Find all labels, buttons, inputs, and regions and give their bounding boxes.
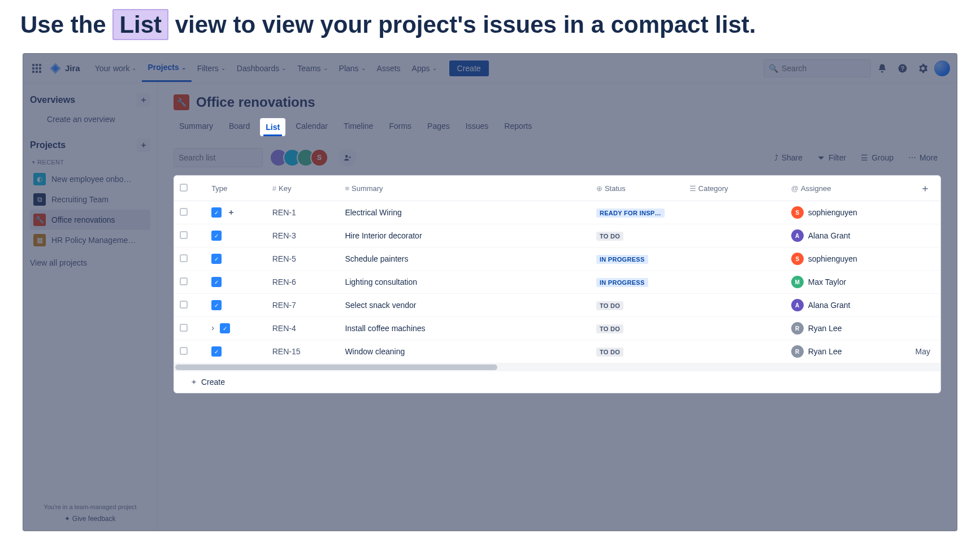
status-badge[interactable]: TO DO bbox=[596, 232, 623, 241]
category-cell[interactable] bbox=[684, 340, 786, 363]
avatar[interactable]: S bbox=[310, 149, 328, 167]
sidebar-project-item[interactable]: ▦HR Policy Manageme… bbox=[30, 230, 150, 250]
table-row[interactable]: REN-5 Schedule painters IN PROGRESS S so… bbox=[174, 248, 940, 271]
assignee-cell[interactable]: S sophienguyen bbox=[791, 206, 904, 219]
add-subtask-icon[interactable]: ＋ bbox=[227, 207, 235, 216]
search-list-input[interactable] bbox=[179, 153, 277, 162]
nav-item[interactable]: Filters⌄ bbox=[192, 54, 231, 82]
row-checkbox[interactable] bbox=[180, 208, 188, 216]
share-button[interactable]: ⤴Share bbox=[771, 151, 806, 164]
issue-summary[interactable]: Schedule painters bbox=[339, 248, 590, 271]
nav-item[interactable]: Teams⌄ bbox=[292, 54, 333, 82]
tab-issues[interactable]: Issues bbox=[460, 118, 494, 136]
nav-item[interactable]: Assets bbox=[371, 54, 406, 82]
tab-board[interactable]: Board bbox=[223, 118, 255, 136]
add-column-button[interactable]: ＋ bbox=[910, 176, 940, 201]
category-cell[interactable] bbox=[684, 248, 786, 271]
row-checkbox[interactable] bbox=[180, 231, 188, 239]
more-button[interactable]: ⋯More bbox=[905, 151, 941, 164]
tab-list[interactable]: List bbox=[260, 118, 285, 136]
table-row[interactable]: REN-3 Hire Interior decorator TO DO A Al… bbox=[174, 224, 940, 248]
issue-summary[interactable]: Select snack vendor bbox=[339, 294, 590, 317]
col-assignee[interactable]: @Assignee bbox=[786, 176, 910, 201]
category-cell[interactable] bbox=[684, 201, 786, 224]
status-badge[interactable]: READY FOR INSP… bbox=[596, 209, 665, 218]
nav-item[interactable]: Your work⌄ bbox=[89, 54, 142, 82]
notifications-icon[interactable] bbox=[873, 59, 891, 77]
table-row[interactable]: REN-7 Select snack vendor TO DO A Alana … bbox=[174, 294, 940, 317]
row-checkbox[interactable] bbox=[180, 301, 188, 309]
tab-pages[interactable]: Pages bbox=[422, 118, 456, 136]
category-cell[interactable] bbox=[684, 224, 786, 248]
issue-key[interactable]: REN-4 bbox=[267, 317, 340, 340]
profile-avatar[interactable] bbox=[934, 60, 950, 76]
issue-key[interactable]: REN-6 bbox=[267, 271, 340, 294]
add-overview-button[interactable]: ＋ bbox=[137, 93, 150, 107]
assignee-cell[interactable]: R Ryan Lee bbox=[791, 345, 904, 358]
create-overview-link[interactable]: Create an overview bbox=[30, 110, 150, 128]
row-checkbox[interactable] bbox=[180, 324, 188, 332]
assignee-cell[interactable]: A Alana Grant bbox=[791, 229, 904, 242]
assignee-cell[interactable]: M Max Taylor bbox=[791, 276, 904, 288]
group-button[interactable]: ☰Group bbox=[857, 151, 897, 164]
select-all-checkbox[interactable] bbox=[180, 184, 188, 192]
create-button[interactable]: Create bbox=[449, 60, 489, 76]
table-row[interactable]: ＋ REN-1 Electrical Wiring READY FOR INSP… bbox=[174, 201, 940, 224]
table-row[interactable]: REN-15 Window cleaning TO DO R Ryan Lee … bbox=[174, 340, 940, 363]
nav-item[interactable]: Dashboards⌄ bbox=[231, 54, 292, 82]
issue-summary[interactable]: Electrical Wiring bbox=[339, 201, 590, 224]
assignee-cell[interactable]: R Ryan Lee bbox=[791, 322, 904, 335]
tab-summary[interactable]: Summary bbox=[174, 118, 219, 136]
issue-summary[interactable]: Lighting consultation bbox=[339, 271, 590, 294]
category-cell[interactable] bbox=[684, 271, 786, 294]
assignee-cell[interactable]: S sophienguyen bbox=[791, 253, 904, 265]
status-badge[interactable]: IN PROGRESS bbox=[596, 255, 648, 264]
col-key[interactable]: #Key bbox=[267, 176, 340, 201]
add-member-button[interactable] bbox=[339, 149, 357, 167]
assignee-cell[interactable]: A Alana Grant bbox=[791, 299, 904, 311]
tab-forms[interactable]: Forms bbox=[383, 118, 417, 136]
issue-key[interactable]: REN-7 bbox=[267, 294, 340, 317]
nav-item[interactable]: Apps⌄ bbox=[406, 54, 443, 82]
app-switcher-icon[interactable] bbox=[30, 62, 44, 75]
issue-summary[interactable]: Hire Interior decorator bbox=[339, 224, 590, 248]
issue-summary[interactable]: Install coffee machines bbox=[339, 317, 590, 340]
search-list-box[interactable]: 🔍 bbox=[174, 148, 263, 167]
sidebar-project-item[interactable]: ◐New employee onbo… bbox=[30, 169, 150, 189]
status-badge[interactable]: TO DO bbox=[596, 301, 623, 310]
tab-timeline[interactable]: Timeline bbox=[338, 118, 379, 136]
table-row[interactable]: › REN-4 Install coffee machines TO DO R … bbox=[174, 317, 940, 340]
issue-key[interactable]: REN-15 bbox=[267, 340, 340, 363]
view-all-projects-link[interactable]: View all projects bbox=[30, 254, 150, 272]
tab-calendar[interactable]: Calendar bbox=[290, 118, 333, 136]
help-icon[interactable]: ? bbox=[894, 59, 912, 77]
jira-brand[interactable]: Jira bbox=[49, 62, 80, 75]
status-badge[interactable]: TO DO bbox=[596, 324, 623, 333]
row-checkbox[interactable] bbox=[180, 347, 188, 355]
add-project-button[interactable]: ＋ bbox=[137, 138, 150, 152]
issue-summary[interactable]: Window cleaning bbox=[339, 340, 590, 363]
sidebar-project-item[interactable]: ⧉Recruiting Team bbox=[30, 189, 150, 210]
sidebar-project-item[interactable]: 🔧Office renovations bbox=[30, 210, 150, 230]
issue-key[interactable]: REN-1 bbox=[267, 201, 340, 224]
filter-button[interactable]: ⏷Filter bbox=[814, 151, 849, 164]
issue-key[interactable]: REN-3 bbox=[267, 224, 340, 248]
table-row[interactable]: REN-6 Lighting consultation IN PROGRESS … bbox=[174, 271, 940, 294]
create-issue-row[interactable]: ＋Create bbox=[174, 371, 940, 393]
tab-reports[interactable]: Reports bbox=[498, 118, 537, 136]
col-type[interactable]: Type bbox=[206, 176, 267, 201]
status-badge[interactable]: IN PROGRESS bbox=[596, 278, 648, 287]
col-category[interactable]: ☰Category bbox=[684, 176, 786, 201]
give-feedback-link[interactable]: ✦ Give feedback bbox=[30, 515, 150, 523]
category-cell[interactable] bbox=[684, 294, 786, 317]
global-search[interactable]: 🔍 bbox=[764, 59, 871, 77]
settings-icon[interactable] bbox=[914, 59, 932, 77]
global-search-input[interactable] bbox=[782, 64, 881, 73]
status-badge[interactable]: TO DO bbox=[596, 348, 623, 357]
row-checkbox[interactable] bbox=[180, 254, 188, 262]
row-checkbox[interactable] bbox=[180, 277, 188, 285]
nav-item[interactable]: Projects⌄ bbox=[142, 54, 191, 82]
category-cell[interactable] bbox=[684, 317, 786, 340]
issue-key[interactable]: REN-5 bbox=[267, 248, 340, 271]
expand-icon[interactable]: › bbox=[211, 323, 214, 332]
